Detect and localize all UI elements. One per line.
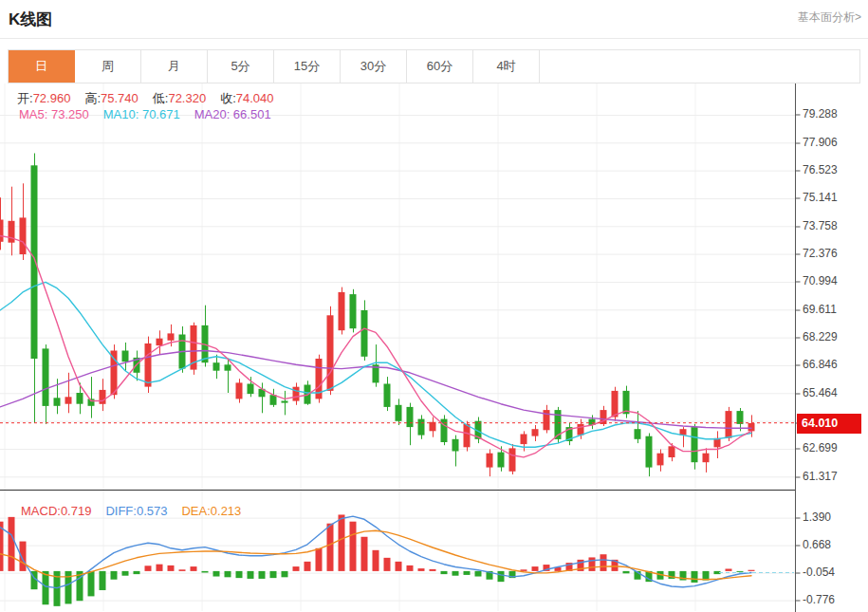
- legend-item: 开:72.960: [17, 91, 70, 105]
- kline-widget: K线图 基本面分析> 日周月5分15分30分60分4时 开:72.960高:75…: [0, 0, 868, 612]
- legend-value: 72.960: [33, 91, 71, 105]
- legend-item: MA10: 70.671: [103, 107, 180, 121]
- axis-tick-label: 62.699: [803, 441, 838, 454]
- legend-item: MA20: 66.501: [194, 107, 271, 121]
- axis-tick-label: -0.054: [803, 566, 835, 579]
- axis-tick-label: 72.376: [803, 247, 838, 260]
- axis-tick-label: 68.229: [803, 330, 838, 343]
- axis-tick-label: 76.523: [803, 163, 838, 176]
- legend-item: 高:75.740: [84, 91, 138, 105]
- axis-tick-label: 73.758: [803, 219, 838, 232]
- axis-tick-label: 66.846: [803, 358, 838, 371]
- legend-value: 74.040: [236, 91, 274, 105]
- legend-item: DIFF:0.573: [105, 504, 167, 518]
- axis-tick-label: 75.141: [803, 191, 838, 204]
- axis-tick-label: 0.668: [803, 538, 831, 551]
- current-price-tag: 64.010: [797, 414, 861, 434]
- legend-label: 低:: [153, 91, 169, 105]
- legend-label: 开:: [17, 91, 33, 105]
- axis-tick-label: 65.464: [803, 386, 838, 399]
- legend-value: 72.320: [168, 91, 206, 105]
- macd-legend: MACD:0.719DIFF:0.573DEA:0.213: [21, 504, 255, 518]
- legend-item: MACD:0.719: [21, 504, 91, 518]
- axis-tick-label: 69.611: [803, 303, 837, 316]
- axis-tick-label: 79.288: [803, 107, 838, 121]
- ohlc-legend: 开:72.960高:75.740低:72.320收:74.040: [17, 90, 288, 107]
- axis-tick-label: 70.994: [803, 274, 838, 287]
- legend-item: 收:74.040: [220, 91, 273, 105]
- ma-legend: MA5: 73.250MA10: 70.671MA20: 66.501: [19, 107, 286, 121]
- axis-tick-label: 1.390: [803, 510, 831, 524]
- legend-item: 低:72.320: [153, 91, 206, 105]
- legend-value: 75.740: [101, 91, 139, 105]
- legend-label: 收:: [220, 91, 236, 105]
- legend-label: 高:: [84, 91, 101, 105]
- legend-item: DEA:0.213: [181, 504, 241, 518]
- axis-tick-label: 61.317: [803, 470, 838, 483]
- legend-item: MA5: 73.250: [19, 107, 89, 121]
- axis-tick-label: 77.906: [803, 136, 838, 149]
- axis-tick-label: -0.776: [803, 593, 835, 606]
